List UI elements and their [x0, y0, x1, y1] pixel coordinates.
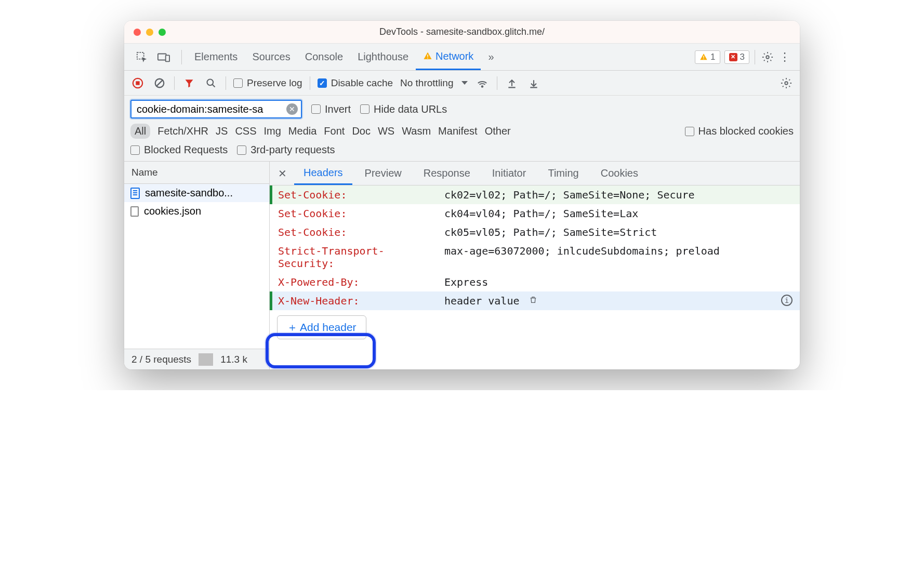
- header-value: ck05=vl05; Path=/; SameSite=Strict: [444, 226, 791, 238]
- detail-panel: ✕ Headers Preview Response Initiator Tim…: [270, 162, 800, 369]
- type-wasm[interactable]: Wasm: [402, 125, 431, 137]
- chevron-down-icon: [461, 81, 468, 85]
- type-fetch-xhr[interactable]: Fetch/XHR: [157, 125, 208, 137]
- detail-tab-response[interactable]: Response: [414, 162, 480, 185]
- preserve-log-checkbox[interactable]: Preserve log: [233, 77, 302, 89]
- header-name: Set-Cookie:: [278, 226, 439, 238]
- header-name: Set-Cookie:: [278, 207, 439, 220]
- record-stop-icon[interactable]: [130, 76, 145, 90]
- svg-rect-3: [427, 55, 428, 57]
- content-split: Name samesite-sandbo... cookies.json 2 /…: [124, 162, 800, 369]
- disable-cache-checkbox[interactable]: ✓Disable cache: [318, 77, 393, 89]
- header-value: ck04=vl04; Path=/; SameSite=Lax: [444, 207, 791, 220]
- svg-point-12: [207, 79, 214, 85]
- detail-tab-cookies[interactable]: Cookies: [591, 162, 648, 185]
- header-name: Set-Cookie:: [278, 189, 439, 201]
- third-party-checkbox[interactable]: 3rd-party requests: [237, 144, 335, 156]
- svg-line-11: [156, 79, 163, 86]
- svg-rect-9: [136, 81, 139, 85]
- type-doc[interactable]: Doc: [352, 125, 371, 137]
- throttling-select[interactable]: No throttling: [400, 77, 468, 89]
- tab-lighthouse[interactable]: Lighthouse: [350, 44, 416, 70]
- header-row[interactable]: X-Powered-By: Express: [270, 273, 800, 291]
- blocked-requests-checkbox[interactable]: Blocked Requests: [130, 144, 228, 156]
- type-all[interactable]: All: [130, 124, 150, 139]
- filter-funnel-icon[interactable]: [182, 76, 196, 90]
- request-row[interactable]: samesite-sandbo...: [124, 184, 269, 202]
- close-detail-icon[interactable]: ✕: [274, 167, 291, 180]
- svg-rect-1: [158, 54, 166, 60]
- detail-tab-initiator[interactable]: Initiator: [483, 162, 536, 185]
- headers-view: Set-Cookie: ck02=vl02; Path=/; SameSite=…: [270, 185, 800, 369]
- settings-gear-icon[interactable]: [760, 50, 775, 64]
- header-name: Strict-Transport-Security:: [278, 245, 439, 270]
- filter-input[interactable]: ✕: [130, 100, 302, 118]
- status-bar: 2 / 5 requests 11.3 k: [124, 349, 269, 369]
- filter-text-field[interactable]: [137, 103, 286, 115]
- hide-data-urls-checkbox[interactable]: Hide data URLs: [360, 103, 447, 115]
- errors-badge[interactable]: ✕3: [724, 50, 749, 64]
- svg-rect-4: [427, 58, 428, 59]
- download-har-icon[interactable]: [526, 76, 541, 90]
- warning-icon: [423, 51, 432, 61]
- header-row[interactable]: Set-Cookie: ck02=vl02; Path=/; SameSite=…: [270, 185, 800, 204]
- type-js[interactable]: JS: [216, 125, 228, 137]
- type-media[interactable]: Media: [288, 125, 316, 137]
- trash-icon[interactable]: [529, 296, 537, 307]
- type-other[interactable]: Other: [485, 125, 511, 137]
- header-name[interactable]: X-New-Header:: [278, 295, 439, 307]
- type-ws[interactable]: WS: [378, 125, 394, 137]
- header-row[interactable]: Set-Cookie: ck05=vl05; Path=/; SameSite=…: [270, 223, 800, 242]
- tab-console[interactable]: Console: [298, 44, 350, 70]
- inspect-element-icon[interactable]: [135, 50, 149, 64]
- svg-rect-6: [703, 58, 704, 59]
- transfer-size: 11.3 k: [213, 354, 255, 365]
- invert-checkbox[interactable]: Invert: [311, 103, 351, 115]
- network-conditions-icon[interactable]: [475, 76, 490, 90]
- tabs-overflow[interactable]: »: [481, 44, 501, 70]
- header-row[interactable]: Set-Cookie: ck04=vl04; Path=/; SameSite=…: [270, 204, 800, 223]
- request-name: cookies.json: [144, 205, 201, 217]
- add-header-area: ＋Add header: [270, 310, 800, 348]
- header-row-editing[interactable]: X-New-Header: header value i: [270, 291, 800, 310]
- window-title: DevTools - samesite-sandbox.glitch.me/: [124, 26, 800, 37]
- search-icon[interactable]: [204, 76, 218, 90]
- header-value: Express: [444, 276, 791, 288]
- type-font[interactable]: Font: [324, 125, 345, 137]
- column-header-name[interactable]: Name: [124, 162, 269, 184]
- request-row[interactable]: cookies.json: [124, 202, 269, 220]
- header-value: ck02=vl02; Path=/; SameSite=None; Secure: [444, 189, 791, 201]
- request-name: samesite-sandbo...: [145, 187, 233, 199]
- clear-icon[interactable]: [152, 76, 167, 90]
- upload-har-icon[interactable]: [505, 76, 519, 90]
- info-icon[interactable]: i: [781, 295, 793, 306]
- blocked-cookies-checkbox[interactable]: Has blocked cookies: [685, 125, 794, 137]
- detail-tab-timing[interactable]: Timing: [538, 162, 588, 185]
- header-row[interactable]: Strict-Transport-Security: max-age=63072…: [270, 242, 800, 273]
- tab-network[interactable]: Network: [416, 44, 481, 70]
- type-manifest[interactable]: Manifest: [438, 125, 478, 137]
- warnings-badge[interactable]: 1: [695, 50, 720, 64]
- svg-rect-5: [703, 56, 704, 58]
- type-css[interactable]: CSS: [235, 125, 256, 137]
- type-img[interactable]: Img: [264, 125, 281, 137]
- detail-tab-preview[interactable]: Preview: [355, 162, 411, 185]
- header-value[interactable]: header value: [444, 295, 791, 307]
- device-toggle-icon[interactable]: [156, 50, 171, 64]
- request-list-panel: Name samesite-sandbo... cookies.json 2 /…: [124, 162, 270, 369]
- tab-elements[interactable]: Elements: [187, 44, 245, 70]
- clear-filter-icon[interactable]: ✕: [286, 103, 298, 115]
- tab-sources[interactable]: Sources: [245, 44, 297, 70]
- svg-point-7: [766, 56, 769, 59]
- detail-tab-headers[interactable]: Headers: [294, 162, 352, 185]
- panel-settings-gear-icon[interactable]: [779, 76, 794, 90]
- svg-rect-2: [166, 55, 169, 61]
- network-toolbar: Preserve log ✓Disable cache No throttlin…: [124, 71, 800, 96]
- add-header-button[interactable]: ＋Add header: [277, 315, 366, 339]
- document-icon: [130, 188, 140, 199]
- more-menu-icon[interactable]: ⋮: [775, 50, 795, 64]
- svg-line-13: [213, 84, 215, 87]
- header-value: max-age=63072000; inlcudeSubdomains; pre…: [444, 245, 791, 257]
- panel-tabbar: Elements Sources Console Lighthouse Netw…: [124, 44, 800, 71]
- plus-icon: ＋: [287, 320, 298, 335]
